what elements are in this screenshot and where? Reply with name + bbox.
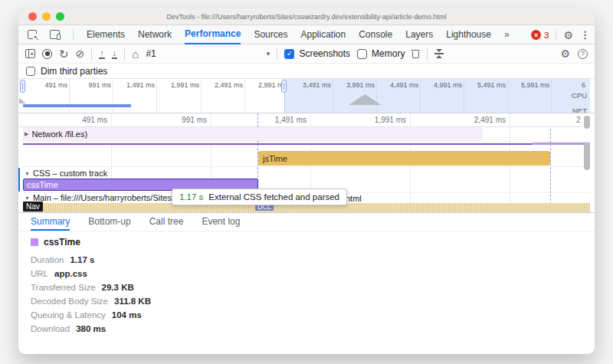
jstime-label: jsTime xyxy=(263,154,287,163)
summary-row: Decoded Body Size 311.8 KB xyxy=(31,297,151,306)
tab-performance[interactable]: Performance xyxy=(185,25,241,44)
tab-call-tree[interactable]: Call tree xyxy=(149,216,184,231)
summary-row-label: Transferred Size xyxy=(31,283,96,292)
overview-tick: 4,991 ms xyxy=(422,81,462,89)
network-track-label: Network /fil.es) xyxy=(31,130,87,139)
tabbar-divider xyxy=(556,29,556,41)
dim-third-parties-checkbox[interactable] xyxy=(26,67,35,76)
main-track-label-tail: html xyxy=(346,194,362,203)
summary-row-label: Duration xyxy=(31,255,64,264)
dim-third-parties-label[interactable]: Dim third parties xyxy=(41,66,107,77)
settings-subrow: Dim third parties xyxy=(18,64,595,79)
css-track-label: CSS – custom track xyxy=(33,169,107,178)
scrollbar-thumb[interactable] xyxy=(584,143,590,170)
network-activity-bar xyxy=(23,104,131,107)
error-count: 3 xyxy=(544,31,549,40)
tab-bottom-up[interactable]: Bottom-up xyxy=(88,216,130,231)
tabbar-divider xyxy=(73,29,74,41)
shrink-sparse-icon[interactable] xyxy=(434,49,444,58)
inspect-cursor-glyph: ↖ xyxy=(33,34,39,41)
capture-settings-gear-icon[interactable]: ⚙ xyxy=(560,48,570,59)
overview-tick: 4,491 ms xyxy=(379,81,418,89)
overview-tick: 1,491 ms xyxy=(115,81,155,89)
toggle-sidebar-icon[interactable]: ▸ xyxy=(25,49,35,58)
csstime-label: cssTime xyxy=(27,180,58,189)
network-track-header[interactable]: ▶ Network /fil.es) xyxy=(25,130,87,139)
overview-tick: 3,491 ms xyxy=(291,81,331,89)
summary-row-value: 1.17 s xyxy=(70,255,94,264)
home-icon[interactable]: ⌂ xyxy=(132,48,139,60)
screenshots-label[interactable]: Screenshots xyxy=(299,48,350,59)
main-track-header[interactable]: ▼ Main – file:///Users/harryroberts/Site… xyxy=(25,193,178,202)
summary-row: Queuing & Latency 104 ms xyxy=(31,310,142,320)
summary-row: Transferred Size 29.3 KB xyxy=(31,283,134,292)
selected-track-indicator xyxy=(18,168,20,192)
tab-layers[interactable]: Layers xyxy=(405,25,433,44)
ruler-tick: 991 ms xyxy=(159,116,207,124)
performance-toolbar: ▸ ↻ ⊘ ↑ ↓ ⌂ #1 ▾ ✓ Screenshots Memory ⚙ … xyxy=(18,44,595,64)
network-track-highlight[interactable] xyxy=(23,127,483,141)
overview-tick: 3,991 ms xyxy=(335,81,375,89)
window-titlebar[interactable]: DevTools - file:///Users/harryroberts/Si… xyxy=(18,8,595,25)
inspect-element-icon[interactable]: ↖ xyxy=(28,30,37,39)
help-icon[interactable]: ? xyxy=(578,49,588,59)
tab-summary[interactable]: Summary xyxy=(31,216,70,231)
net-lane-label: NET xyxy=(541,107,587,113)
tab-console[interactable]: Console xyxy=(359,25,392,44)
network-request-line-late xyxy=(532,143,590,145)
summary-row: Duration 1.17 s xyxy=(31,255,94,264)
ruler-tick: 1,991 ms xyxy=(359,116,406,124)
cpu-activity-chart xyxy=(19,98,26,103)
screenshots-checkbox[interactable]: ✓ xyxy=(284,49,294,59)
history-dropdown[interactable]: #1 ▾ xyxy=(146,48,270,59)
css-track-header[interactable]: ▼ CSS – custom track xyxy=(25,169,107,178)
error-badge[interactable]: × 3 xyxy=(531,30,549,40)
reload-and-record-icon[interactable]: ↻ xyxy=(59,48,69,60)
summary-row-value[interactable]: app.css xyxy=(54,269,87,278)
more-tabs-icon[interactable]: » xyxy=(504,30,510,39)
timeline-overview[interactable]: 491 ms 991 ms 1,491 ms 1,991 ms 2,491 ms… xyxy=(18,79,595,113)
window-title: DevTools - file:///Users/harryroberts/Si… xyxy=(18,13,595,21)
memory-label[interactable]: Memory xyxy=(372,48,405,59)
chevron-down-icon: ▼ xyxy=(25,195,30,201)
scrollbar-thumb[interactable] xyxy=(584,116,590,129)
overview-left-handle[interactable] xyxy=(20,80,25,93)
summary-row-value: 311.8 KB xyxy=(114,297,151,306)
tab-event-log[interactable]: Event log xyxy=(202,216,240,231)
network-request-line xyxy=(23,143,590,145)
summary-row-label: URL xyxy=(31,269,48,278)
load-profile-icon[interactable]: ↑ xyxy=(99,49,105,59)
tab-sources[interactable]: Sources xyxy=(254,25,287,44)
settings-gear-icon[interactable]: ⚙ xyxy=(563,30,573,41)
summary-event-name: cssTime xyxy=(44,237,80,248)
chevron-down-icon: ▾ xyxy=(267,51,270,57)
overview-tick: 2,491 ms xyxy=(203,81,243,89)
tab-application[interactable]: Application xyxy=(300,25,346,44)
device-phone-glyph xyxy=(57,34,61,40)
jstime-event-bar[interactable]: jsTime xyxy=(258,151,550,166)
tab-elements[interactable]: Elements xyxy=(87,25,125,44)
chevron-down-icon: ▼ xyxy=(25,171,30,176)
collect-garbage-icon[interactable] xyxy=(411,49,420,59)
chevron-right-icon: ▶ xyxy=(25,131,28,137)
overview-tick: 5,491 ms xyxy=(466,81,506,89)
memory-checkbox[interactable] xyxy=(357,49,367,59)
load-marker-line xyxy=(550,129,551,212)
summary-row-label: Download xyxy=(31,324,70,333)
kebab-menu-icon[interactable]: ⋮ xyxy=(580,30,590,40)
device-toolbar-icon[interactable] xyxy=(50,30,60,39)
record-button[interactable] xyxy=(42,49,52,59)
tab-lighthouse[interactable]: Lighthouse xyxy=(446,25,491,44)
check-icon: ✓ xyxy=(287,50,293,57)
tab-network[interactable]: Network xyxy=(138,25,172,44)
error-x-icon: × xyxy=(531,30,541,40)
summary-row: URL app.css xyxy=(31,269,87,278)
ruler-tick: 1,491 ms xyxy=(259,116,306,124)
clear-recording-icon[interactable]: ⊘ xyxy=(76,48,85,59)
save-profile-icon[interactable]: ↓ xyxy=(112,49,118,59)
overview-right-handle[interactable] xyxy=(281,80,287,93)
overview-tick: 5,991 ms xyxy=(510,81,549,89)
event-tooltip: 1.17 s External CSS fetched and parsed xyxy=(172,189,347,205)
history-selected-value: #1 xyxy=(146,48,156,59)
summary-title-row: cssTime xyxy=(31,237,80,248)
